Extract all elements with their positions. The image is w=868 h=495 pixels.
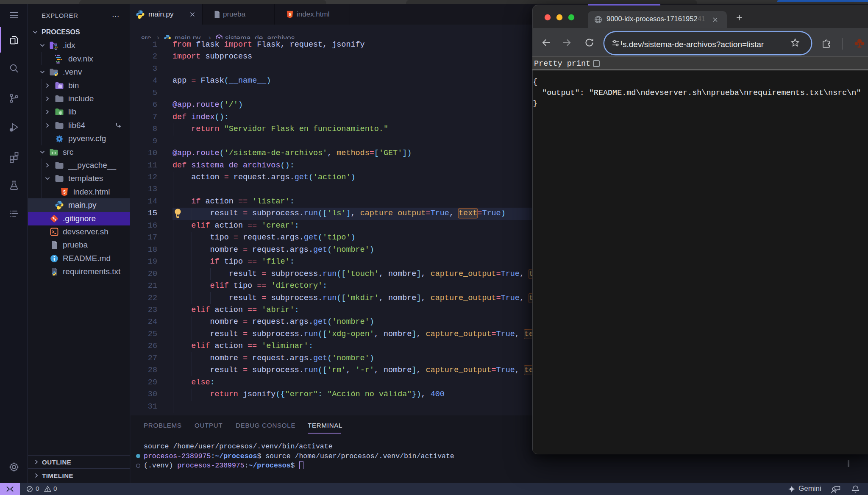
svg-text:5: 5 <box>289 12 291 17</box>
svg-text:5: 5 <box>63 189 66 194</box>
